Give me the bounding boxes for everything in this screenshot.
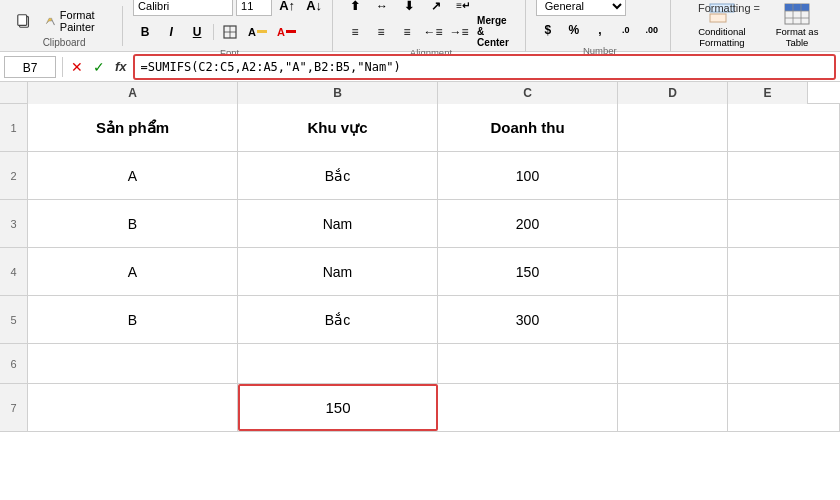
table-row: 1 Sản phẩm Khu vực Doanh thu <box>0 104 840 152</box>
fx-icon[interactable]: fx <box>113 57 129 76</box>
cell-c5[interactable]: 300 <box>438 296 618 343</box>
cell-c6[interactable] <box>438 344 618 383</box>
number-format-select[interactable]: General <box>536 0 626 16</box>
row-num-6: 6 <box>0 344 28 383</box>
cell-a4[interactable]: A <box>28 248 238 295</box>
cell-c3[interactable]: 200 <box>438 200 618 247</box>
alignment-section: ⬆ ↔ ⬇ ↗ ≡↵ ≡ ≡ ≡ ←≡ →≡ Merge & Center Al… <box>337 0 526 52</box>
copy-button[interactable] <box>12 9 36 33</box>
cell-b4[interactable]: Nam <box>238 248 438 295</box>
fill-color-button[interactable]: A <box>244 20 271 44</box>
col-header-e: E <box>728 82 808 104</box>
cell-d7[interactable] <box>618 384 728 431</box>
number-section: General $ % , .0 .00 Number <box>530 0 671 52</box>
align-right-button[interactable]: ≡ <box>395 20 419 44</box>
comma-button[interactable]: , <box>588 18 612 42</box>
confirm-icon[interactable]: ✓ <box>91 57 107 77</box>
font-color-button[interactable]: A <box>273 20 300 44</box>
format-painter-label: Format Painter <box>60 9 109 33</box>
cell-reference-box[interactable]: B7 <box>4 56 56 78</box>
border-button[interactable] <box>218 20 242 44</box>
font-section: A↑ A↓ B I U A A Font <box>127 0 333 52</box>
row-num-5: 5 <box>0 296 28 343</box>
dollar-button[interactable]: $ <box>536 18 560 42</box>
cell-a7[interactable] <box>28 384 238 431</box>
cell-e6[interactable] <box>728 344 840 383</box>
cell-d6[interactable] <box>618 344 728 383</box>
formula-icons: ✕ ✓ fx <box>69 57 129 77</box>
decimal-dec-button[interactable]: .00 <box>640 18 664 42</box>
svg-line-2 <box>52 19 55 24</box>
cell-d1[interactable] <box>618 104 728 151</box>
merge-center-button[interactable]: Merge & Center <box>473 20 519 44</box>
cell-e4[interactable] <box>728 248 840 295</box>
cell-e3[interactable] <box>728 200 840 247</box>
cell-b3[interactable]: Nam <box>238 200 438 247</box>
row-num-2: 2 <box>0 152 28 199</box>
cell-d2[interactable] <box>618 152 728 199</box>
text-rotate-button[interactable]: ↗ <box>424 0 448 18</box>
row-num-3: 3 <box>0 200 28 247</box>
formatting-equals-label: Formatting = <box>698 2 760 14</box>
cell-e1[interactable] <box>728 104 840 151</box>
clipboard-label: Clipboard <box>43 37 86 48</box>
align-center-button[interactable]: ≡ <box>369 20 393 44</box>
align-middle-button[interactable]: ↔ <box>370 0 394 18</box>
column-headers: A B C D E <box>0 82 840 104</box>
clipboard-section: Format Painter Clipboard <box>6 6 123 46</box>
cell-d3[interactable] <box>618 200 728 247</box>
cell-a5[interactable]: B <box>28 296 238 343</box>
svg-rect-1 <box>18 14 27 25</box>
cell-c4[interactable]: 150 <box>438 248 618 295</box>
wrap-text-button[interactable]: ≡↵ <box>451 0 475 18</box>
percent-button[interactable]: % <box>562 18 586 42</box>
cell-c1[interactable]: Doanh thu <box>438 104 618 151</box>
row-num-header <box>0 82 28 103</box>
italic-button[interactable]: I <box>159 20 183 44</box>
cell-e2[interactable] <box>728 152 840 199</box>
underline-button[interactable]: U <box>185 20 209 44</box>
cell-d4[interactable] <box>618 248 728 295</box>
cancel-icon[interactable]: ✕ <box>69 57 85 77</box>
cell-b7[interactable]: 150 <box>238 384 438 431</box>
align-top-button[interactable]: ⬆ <box>343 0 367 18</box>
formula-input[interactable] <box>135 56 834 78</box>
cell-b2[interactable]: Bắc <box>238 152 438 199</box>
format-as-table-button[interactable]: Format as Table <box>766 0 828 51</box>
col-header-a: A <box>28 82 238 104</box>
align-bottom-button[interactable]: ⬇ <box>397 0 421 18</box>
indent-decrease-button[interactable]: ←≡ <box>421 20 445 44</box>
bold-button[interactable]: B <box>133 20 157 44</box>
cell-a2[interactable]: A <box>28 152 238 199</box>
svg-rect-9 <box>785 4 809 11</box>
cell-a6[interactable] <box>28 344 238 383</box>
table-row: 5 B Bắc 300 <box>0 296 840 344</box>
col-header-d: D <box>618 82 728 104</box>
cell-e5[interactable] <box>728 296 840 343</box>
cell-d5[interactable] <box>618 296 728 343</box>
font-name-input[interactable] <box>133 0 233 16</box>
align-left-button[interactable]: ≡ <box>343 20 367 44</box>
decrease-font-button[interactable]: A↓ <box>302 0 326 18</box>
cell-c2[interactable]: 100 <box>438 152 618 199</box>
col-header-b: B <box>238 82 438 104</box>
cell-a1[interactable]: Sản phẩm <box>28 104 238 151</box>
row-num-4: 4 <box>0 248 28 295</box>
spreadsheet: A B C D E 1 Sản phẩm Khu vực Doanh thu 2… <box>0 82 840 500</box>
cell-b1[interactable]: Khu vực <box>238 104 438 151</box>
cell-c7[interactable] <box>438 384 618 431</box>
table-row: 2 A Bắc 100 <box>0 152 840 200</box>
cell-e7[interactable] <box>728 384 840 431</box>
cell-b6[interactable] <box>238 344 438 383</box>
format-painter-button[interactable]: Format Painter <box>38 6 116 36</box>
increase-font-button[interactable]: A↑ <box>275 0 299 18</box>
grid-body: 1 Sản phẩm Khu vực Doanh thu 2 A Bắc 100… <box>0 104 840 500</box>
svg-rect-7 <box>710 14 726 22</box>
cell-b5[interactable]: Bắc <box>238 296 438 343</box>
row-num-1: 1 <box>0 104 28 151</box>
cell-a3[interactable]: B <box>28 200 238 247</box>
toolbar: Format Painter Clipboard A↑ A↓ B I U <box>0 0 840 52</box>
decimal-inc-button[interactable]: .0 <box>614 18 638 42</box>
font-size-input[interactable] <box>236 0 272 16</box>
indent-increase-button[interactable]: →≡ <box>447 20 471 44</box>
